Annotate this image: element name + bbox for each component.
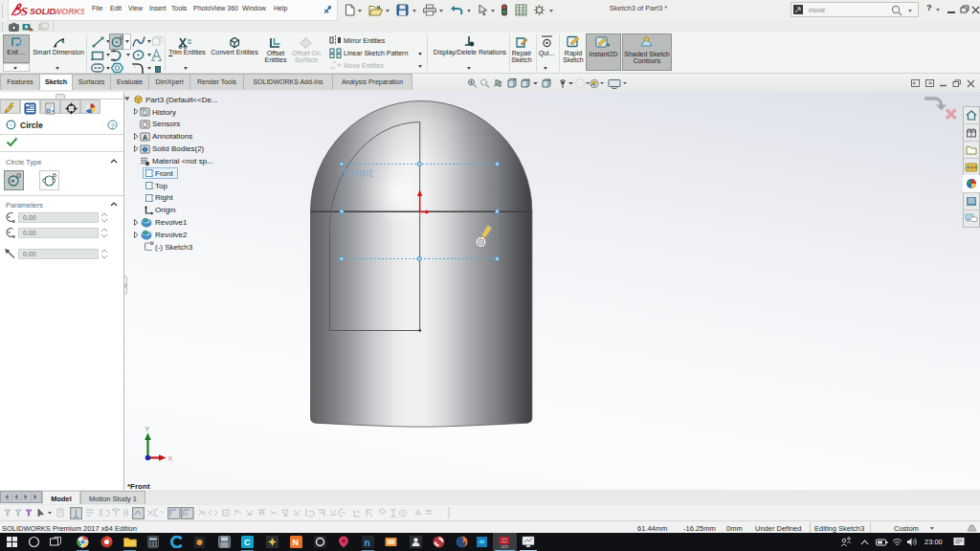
svg-text:*Front: *Front [127,482,150,491]
svg-text:WORKS: WORKS [54,7,84,16]
svg-text:Y: Y [145,426,150,432]
svg-text:S: S [21,5,28,18]
svg-text:C: C [244,538,251,547]
svg-text:x: x [12,218,15,224]
svg-text:A: A [143,134,147,141]
svg-text:N: N [293,538,300,547]
svg-text:y: y [12,233,15,239]
svg-text:n: n [365,538,370,548]
svg-text:2017: 2017 [501,545,509,549]
svg-text:SOLID: SOLID [30,7,56,16]
svg-text:1: 1 [54,173,56,176]
svg-text:X: X [168,455,173,462]
svg-text:?: ? [110,121,114,130]
svg-text:Front: Front [344,166,373,180]
svg-text:R: R [11,179,13,184]
